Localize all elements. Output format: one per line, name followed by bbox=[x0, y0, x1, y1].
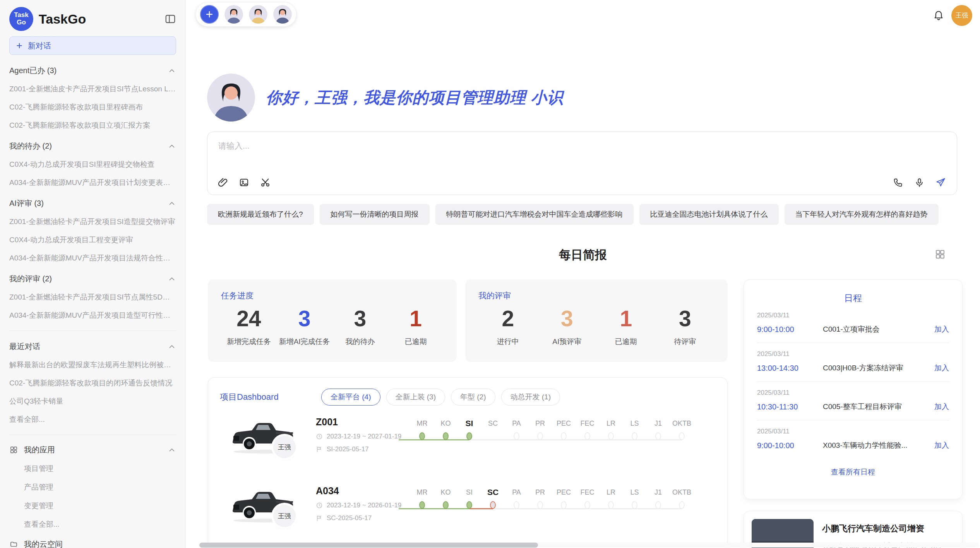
assistant-avatar bbox=[207, 74, 255, 122]
recent-chat-item[interactable]: 公司Q3轻卡销量 bbox=[9, 396, 176, 406]
milestone-node[interactable] bbox=[466, 501, 472, 509]
chevron-up-icon[interactable] bbox=[168, 342, 176, 351]
view-all-apps-link[interactable]: 查看全部... bbox=[24, 519, 176, 529]
new-chat-button[interactable]: 新对话 bbox=[9, 36, 176, 55]
recent-chat-item[interactable]: 解释最新出台的欧盟报废车法规再生塑料比例被调至15%... bbox=[9, 360, 176, 370]
milestone: PEC bbox=[552, 487, 576, 509]
project-flag-text: SI-2025-05-17 bbox=[327, 445, 369, 453]
milestone-node[interactable] bbox=[608, 501, 614, 509]
view-all-schedule-link[interactable]: 查看所有日程 bbox=[757, 467, 949, 477]
chevron-up-icon[interactable] bbox=[168, 67, 176, 75]
milestone-node[interactable] bbox=[584, 501, 590, 509]
user-avatar[interactable]: 王强 bbox=[951, 5, 972, 26]
project-flag: SI-2025-05-17 bbox=[316, 445, 401, 453]
milestone-node[interactable] bbox=[655, 432, 661, 440]
stat-value: 1 bbox=[596, 306, 656, 331]
milestone: LS bbox=[623, 418, 646, 440]
scissors-icon[interactable] bbox=[260, 177, 271, 188]
image-icon[interactable] bbox=[239, 177, 249, 188]
milestone-node[interactable] bbox=[490, 501, 496, 509]
milestone-node[interactable] bbox=[419, 501, 425, 509]
suggestion-chip[interactable]: 当下年轻人对汽车外观有怎样的喜好趋势 bbox=[785, 204, 939, 225]
milestone-node[interactable] bbox=[466, 432, 472, 440]
event-join-link[interactable]: 加入 bbox=[934, 363, 949, 373]
app-sub-item[interactable]: 变更管理 bbox=[24, 501, 176, 511]
project-name[interactable]: A034 bbox=[316, 485, 401, 497]
milestone: SI bbox=[457, 487, 481, 509]
milestone-node[interactable] bbox=[655, 501, 661, 509]
milestone-node[interactable] bbox=[679, 501, 685, 509]
milestone-node[interactable] bbox=[584, 432, 590, 440]
milestone-node[interactable] bbox=[443, 432, 449, 440]
milestone-node[interactable] bbox=[608, 432, 614, 440]
milestone-node[interactable] bbox=[679, 432, 685, 440]
event-row: 9:00-10:00X003-车辆动力学性能验...加入 bbox=[757, 440, 949, 450]
sidebar-item[interactable]: A034-全新新能源MUV产品开发项目法规符合性评审 bbox=[9, 253, 176, 263]
add-conversation-button[interactable] bbox=[200, 5, 219, 24]
sidebar-item[interactable]: A034-全新新能源MUV产品开发项目计划变更表编写 bbox=[9, 178, 176, 188]
chevron-up-icon[interactable] bbox=[168, 446, 176, 454]
stat-label: 新增完成任务 bbox=[221, 337, 277, 347]
event-date: 2025/03/11 bbox=[757, 350, 949, 358]
sidebar-item[interactable]: C0X4-动力总成开发项目SI里程碑提交物检查 bbox=[9, 159, 176, 170]
project-owner-badge[interactable]: 王强 bbox=[273, 436, 296, 458]
sidebar-item[interactable]: C02-飞腾新能源轻客改款项目立项汇报方案 bbox=[9, 120, 176, 130]
milestone-label: PEC bbox=[552, 487, 576, 498]
project-row: 王强A0342023-12-19 ~ 2026-01-19SC-2025-05-… bbox=[220, 485, 716, 543]
event-join-link[interactable]: 加入 bbox=[934, 324, 949, 334]
conversation-avatar-1[interactable] bbox=[224, 5, 243, 24]
mic-icon[interactable] bbox=[914, 177, 925, 188]
sidebar-item[interactable]: Z001-全新燃油轻卡产品开发项目SI造型提交物评审 bbox=[9, 217, 176, 227]
project-owner-badge[interactable]: 王强 bbox=[273, 505, 296, 527]
suggestion-chip[interactable]: 特朗普可能对进口汽车增税会对中国车企造成哪些影响 bbox=[435, 204, 634, 225]
scrollbar-thumb[interactable] bbox=[199, 543, 538, 548]
milestone: PA bbox=[505, 487, 528, 509]
app-sub-item[interactable]: 项目管理 bbox=[24, 464, 176, 474]
chat-input[interactable] bbox=[218, 141, 728, 151]
sidebar-item-my-apps[interactable]: 我的应用 bbox=[9, 445, 176, 455]
milestone-node[interactable] bbox=[537, 501, 543, 509]
conversation-avatar-3[interactable] bbox=[273, 5, 292, 24]
sidebar-item[interactable]: A034-全新新能源MUV产品开发项目造型可行性评审 bbox=[9, 310, 176, 320]
suggestion-chip[interactable]: 欧洲新规最近颁布了什么? bbox=[207, 204, 314, 225]
dashboard-filter-chip[interactable]: 动总开发 (1) bbox=[501, 389, 560, 406]
news-title: 小鹏飞行汽车制造公司增资 bbox=[822, 523, 954, 534]
event-join-link[interactable]: 加入 bbox=[934, 402, 949, 412]
chevron-up-icon[interactable] bbox=[168, 142, 176, 151]
suggestion-chip[interactable]: 如何写一份清晰的项目周报 bbox=[320, 204, 430, 225]
sidebar-item-cloud[interactable]: 我的云空间 bbox=[9, 539, 176, 548]
milestone-node[interactable] bbox=[443, 501, 449, 509]
milestone-node[interactable] bbox=[514, 432, 519, 440]
dashboard-filter-chip[interactable]: 全新上装 (3) bbox=[386, 389, 445, 406]
paperclip-icon[interactable] bbox=[218, 177, 228, 188]
sidebar-item[interactable]: C02-飞腾新能源轻客改款项目里程碑画布 bbox=[9, 102, 176, 112]
view-all-chats-link[interactable]: 查看全部... bbox=[9, 414, 176, 425]
chevron-up-icon[interactable] bbox=[168, 275, 176, 283]
project-name[interactable]: Z001 bbox=[316, 416, 401, 428]
bell-icon[interactable] bbox=[933, 9, 944, 21]
suggestion-chip[interactable]: 比亚迪全固态电池计划具体说了什么 bbox=[639, 204, 779, 225]
chevron-up-icon[interactable] bbox=[168, 199, 176, 208]
sidebar-item[interactable]: C0X4-动力总成开发项目工程变更评审 bbox=[9, 235, 176, 245]
app-sub-item[interactable]: 产品管理 bbox=[24, 482, 176, 492]
milestone-node[interactable] bbox=[632, 432, 637, 440]
sidebar-item[interactable]: Z001-全新燃油轻卡产品开发项目SI节点属性5D文件评审 bbox=[9, 292, 176, 302]
milestone-node[interactable] bbox=[419, 432, 425, 440]
event-join-link[interactable]: 加入 bbox=[934, 440, 949, 450]
grid-view-icon[interactable] bbox=[934, 248, 946, 260]
dashboard-filter-chip[interactable]: 年型 (2) bbox=[451, 389, 495, 406]
horizontal-scrollbar[interactable] bbox=[199, 543, 979, 548]
milestone-node[interactable] bbox=[514, 501, 519, 509]
sidebar-item[interactable]: Z001-全新燃油皮卡产品开发项目SI节点Lesson Learn报告 bbox=[9, 84, 176, 94]
phone-icon[interactable] bbox=[893, 177, 903, 188]
recent-chat-item[interactable]: C02-飞腾新能源轻客改款项目的闭环通告反馈情况 bbox=[9, 378, 176, 388]
milestone: OKTB bbox=[670, 487, 694, 509]
milestone-node[interactable] bbox=[537, 432, 543, 440]
milestone-node[interactable] bbox=[632, 501, 637, 509]
milestone-node[interactable] bbox=[561, 501, 567, 509]
send-icon[interactable] bbox=[935, 177, 946, 188]
milestone-node[interactable] bbox=[561, 432, 567, 440]
panel-collapse-icon[interactable] bbox=[164, 13, 176, 25]
dashboard-filter-chip[interactable]: 全新平台 (4) bbox=[321, 389, 380, 406]
conversation-avatar-2[interactable] bbox=[249, 5, 267, 24]
